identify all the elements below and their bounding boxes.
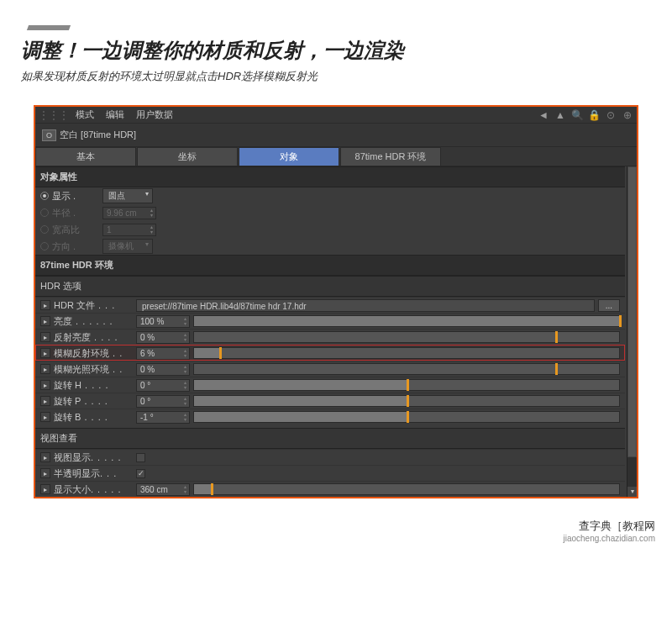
accent-decoration — [27, 25, 71, 30]
param-label: 亮度 . . . . . . — [54, 315, 133, 328]
radius-field: 9.96 cm▴▾ — [102, 207, 156, 219]
scrollbar-thumb[interactable] — [627, 166, 637, 457]
scroll-down-icon[interactable]: ▾ — [627, 487, 637, 497]
add-icon[interactable]: ⊕ — [622, 109, 633, 121]
hdr-file-label: HDR 文件 . . . — [54, 299, 133, 312]
expand-icon[interactable]: ▸ — [40, 412, 50, 422]
display-size-label: 显示大小. . . . . — [54, 483, 133, 496]
radius-radio — [40, 208, 49, 217]
hdr-param-row: ▸ 反射亮度 . . . . 0 %▴▾ — [35, 329, 625, 345]
hdr-file-row: ▸ HDR 文件 . . . preset://87time HDR.lib4d… — [35, 297, 625, 313]
param-slider[interactable] — [193, 347, 620, 359]
param-value-field[interactable]: 100 %▴▾ — [136, 315, 190, 328]
editor-display-checkbox[interactable] — [136, 453, 145, 462]
trans-display-label: 半透明显示. . . — [54, 467, 133, 480]
lock-icon[interactable]: 🔒 — [588, 109, 600, 121]
footer-main: 查字典［教程网 — [17, 519, 655, 534]
section-viewport: 视图查看 — [35, 428, 625, 449]
expand-icon[interactable]: ▸ — [40, 332, 50, 342]
aspect-field: 1▴▾ — [102, 224, 156, 236]
display-radio[interactable] — [40, 192, 49, 200]
expand-icon[interactable]: ▸ — [40, 468, 50, 478]
expand-icon[interactable]: ▸ — [40, 380, 50, 390]
aspect-radio — [40, 225, 49, 234]
hdr-param-row: ▸ 模糊光照环境 . . 0 %▴▾ — [35, 361, 625, 377]
display-size-slider[interactable] — [193, 483, 620, 495]
menu-edit[interactable]: 编辑 — [106, 108, 124, 121]
expand-icon[interactable]: ▸ — [40, 316, 50, 326]
display-size-field[interactable]: 360 cm▴▾ — [136, 483, 190, 496]
param-value-field[interactable]: 6 %▴▾ — [136, 347, 190, 360]
object-title: 空白 [87time HDR] — [60, 129, 136, 141]
viewport-trans-row: ▸ 半透明显示. . . ✓ — [35, 465, 625, 481]
menu-mode[interactable]: 模式 — [76, 108, 94, 121]
param-slider[interactable] — [193, 315, 620, 327]
viewport-size-row: ▸ 显示大小. . . . . 360 cm▴▾ — [35, 481, 625, 497]
search-icon[interactable]: 🔍 — [571, 109, 583, 121]
object-type-badge: O — [42, 129, 56, 141]
param-slider[interactable] — [193, 379, 620, 391]
tab-hdr-env[interactable]: 87time HDR 环境 — [340, 147, 441, 166]
nav-back-icon[interactable]: ◄ — [538, 109, 549, 121]
hdr-browse-button[interactable]: ... — [598, 299, 620, 312]
expand-icon[interactable]: ▸ — [40, 452, 50, 462]
section-hdr-env: 87time HDR 环境 — [35, 255, 625, 276]
settings-icon[interactable]: ⊙ — [605, 109, 617, 121]
page-footer: 查字典［教程网 jiaocheng.chazidian.com — [0, 507, 672, 551]
param-value-field[interactable]: 0 %▴▾ — [136, 363, 190, 376]
trans-display-checkbox[interactable]: ✓ — [136, 469, 145, 478]
display-dropdown[interactable]: 圆点 — [102, 188, 153, 203]
param-label: 旋转 H . . . . — [54, 379, 133, 392]
hdr-param-row: ▸ 模糊反射环境 . . 6 %▴▾ — [35, 345, 625, 361]
display-label: 显示 . — [52, 190, 99, 203]
expand-icon[interactable]: ▸ — [40, 396, 50, 406]
hdr-param-row: ▸ 旋转 H . . . . 0 °▴▾ — [35, 377, 625, 393]
param-label: 模糊光照环境 . . — [54, 363, 133, 376]
object-title-bar: O 空白 [87time HDR] — [35, 124, 637, 147]
panel-body: 对象属性 显示 . 圆点 半径 . 9.96 cm▴▾ 宽高比 1▴▾ — [35, 166, 637, 497]
param-value-field[interactable]: -1 °▴▾ — [136, 411, 190, 424]
orient-label: 方向 . — [52, 240, 99, 253]
menu-userdata[interactable]: 用户数据 — [136, 108, 173, 121]
expand-icon[interactable]: ▸ — [40, 300, 50, 310]
hdr-file-field[interactable]: preset://87time HDR.lib4d/87time hdr 17.… — [136, 299, 595, 312]
hdr-param-row: ▸ 亮度 . . . . . . 100 %▴▾ — [35, 313, 625, 329]
toolbar: ⋮⋮⋮ 模式 编辑 用户数据 ◄ ▲ 🔍 🔒 ⊙ ⊕ — [35, 107, 637, 124]
param-slider[interactable] — [193, 411, 620, 423]
param-value-field[interactable]: 0 %▴▾ — [136, 331, 190, 344]
app-panel: ⋮⋮⋮ 模式 编辑 用户数据 ◄ ▲ 🔍 🔒 ⊙ ⊕ O 空白 [87time … — [34, 105, 638, 498]
param-label: 模糊反射环境 . . — [54, 347, 133, 360]
param-slider[interactable] — [193, 331, 620, 343]
expand-icon[interactable]: ▸ — [40, 364, 50, 374]
page-subtitle: 如果发现材质反射的环境太过明显就点击HDR选择模糊反射光 — [21, 69, 651, 84]
tab-basic[interactable]: 基本 — [35, 147, 136, 166]
orient-dropdown: 摄像机 — [102, 239, 153, 254]
param-slider[interactable] — [193, 395, 620, 407]
tab-bar: 基本 坐标 对象 87time HDR 环境 — [35, 147, 637, 166]
expand-icon[interactable]: ▸ — [40, 348, 50, 358]
hdr-param-row: ▸ 旋转 B . . . . -1 °▴▾ — [35, 409, 625, 425]
orient-radio — [40, 242, 49, 250]
page-title: 调整！一边调整你的材质和反射，一边渲染 — [21, 37, 651, 64]
nav-up-icon[interactable]: ▲ — [554, 109, 566, 121]
param-label: 反射亮度 . . . . — [54, 331, 133, 344]
footer-sub: jiaocheng.chazidian.com — [17, 534, 655, 543]
param-label: 旋转 B . . . . — [54, 411, 133, 424]
param-value-field[interactable]: 0 °▴▾ — [136, 395, 190, 408]
section-hdr-opts: HDR 选项 — [35, 276, 625, 297]
aspect-label: 宽高比 — [52, 224, 99, 236]
section-object-props: 对象属性 — [35, 166, 625, 187]
param-value-field[interactable]: 0 °▴▾ — [136, 379, 190, 392]
scrollbar[interactable]: ▾ — [627, 166, 637, 497]
editor-display-label: 视图显示. . . . . — [54, 451, 133, 464]
radius-label: 半径 . — [52, 207, 99, 219]
param-slider[interactable] — [193, 363, 620, 375]
tab-coord[interactable]: 坐标 — [137, 147, 238, 166]
grip-icon: ⋮⋮⋮ — [39, 109, 69, 121]
param-label: 旋转 P . . . . — [54, 395, 133, 408]
viewport-editor-row: ▸ 视图显示. . . . . — [35, 449, 625, 465]
expand-icon[interactable]: ▸ — [40, 484, 50, 494]
hdr-param-row: ▸ 旋转 P . . . . 0 °▴▾ — [35, 393, 625, 409]
tab-object[interactable]: 对象 — [239, 147, 339, 166]
